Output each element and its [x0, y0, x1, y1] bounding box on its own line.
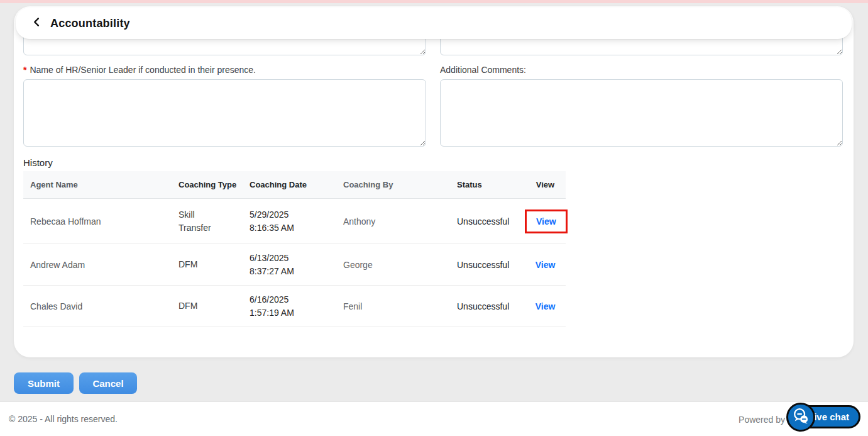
column-header-coaching-date: Coaching Date [243, 180, 333, 189]
agent-name-cell: Andrew Adam [23, 260, 172, 270]
column-header-coaching-by: Coaching By [333, 180, 449, 189]
back-button[interactable] [32, 17, 41, 30]
coaching-type-cell: Skill Transfer [172, 208, 243, 235]
live-chat-toggle[interactable] [786, 403, 815, 432]
column-header-status: Status [449, 180, 525, 189]
coaching-by-cell: George [333, 260, 449, 270]
history-section-title: History [23, 157, 53, 168]
column-header-view: View [525, 180, 566, 189]
column-header-agent-name: Agent Name [23, 180, 172, 189]
copyright-text: © 2025 - All rights reserved. [9, 414, 118, 424]
view-cell: View [525, 210, 566, 233]
hr-leader-label-text: Name of HR/Senior Leader if conducted in… [30, 65, 256, 75]
submit-button[interactable]: Submit [14, 372, 74, 394]
view-highlight-box: View [525, 210, 568, 233]
top-accent-bar [0, 0, 868, 3]
coaching-date-cell: 6/13/2025 8:37:27 AM [243, 252, 333, 278]
page: Accountability *Name of HR/Senior Leader… [0, 0, 868, 436]
coaching-date-cell: 6/16/2025 1:57:19 AM [243, 293, 333, 320]
agent-name-cell: Rebecaa Hoffman [23, 216, 172, 226]
view-link[interactable]: View [536, 301, 556, 311]
hr-leader-textarea[interactable] [23, 79, 426, 147]
coaching-date-cell: 5/29/2025 8:16:35 AM [243, 208, 333, 235]
cancel-button[interactable]: Cancel [79, 372, 137, 394]
history-table: Agent Name Coaching Type Coaching Date C… [23, 171, 566, 327]
additional-comments-textarea[interactable] [440, 79, 843, 147]
table-row: Rebecaa Hoffman Skill Transfer 5/29/2025… [23, 199, 566, 244]
view-cell: View [525, 260, 566, 270]
agent-name-cell: Chales David [23, 301, 172, 311]
status-cell: Unsuccessful [449, 260, 525, 270]
coaching-by-cell: Anthony [333, 216, 449, 226]
column-header-coaching-type: Coaching Type [172, 180, 243, 189]
coaching-by-cell: Fenil [333, 301, 449, 311]
powered-by-text: Powered by C [739, 415, 794, 425]
table-row: Chales David DFM 6/16/2025 1:57:19 AM Fe… [23, 286, 566, 327]
view-link[interactable]: View [536, 216, 556, 226]
required-asterisk: * [23, 65, 26, 75]
table-header-row: Agent Name Coaching Type Coaching Date C… [23, 171, 566, 199]
coaching-type-cell: DFM [172, 258, 243, 271]
hr-leader-label: *Name of HR/Senior Leader if conducted i… [23, 65, 256, 75]
chevron-left-icon [32, 17, 41, 30]
page-footer: © 2025 - All rights reserved. Powered by… [0, 401, 868, 436]
status-cell: Unsuccessful [449, 301, 525, 311]
page-header: Accountability [16, 8, 852, 39]
page-title: Accountability [50, 17, 130, 30]
view-link[interactable]: View [536, 260, 556, 270]
coaching-type-cell: DFM [172, 299, 243, 313]
table-row: Andrew Adam DFM 6/13/2025 8:37:27 AM Geo… [23, 244, 566, 286]
status-cell: Unsuccessful [449, 216, 525, 226]
view-cell: View [525, 301, 566, 311]
additional-comments-label: Additional Comments: [440, 65, 526, 75]
chat-bubble-icon [791, 406, 810, 428]
